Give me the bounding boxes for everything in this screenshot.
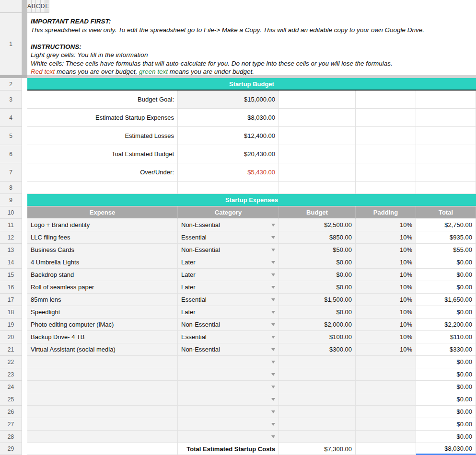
column-header-e[interactable]: E (45, 0, 49, 13)
row-number-8[interactable]: 8 (0, 182, 22, 194)
row-number-3[interactable]: 3 (0, 91, 22, 109)
column-header-d[interactable]: D (41, 0, 46, 13)
cell-b8[interactable] (178, 182, 279, 194)
budget-value-18[interactable]: $0.00 (279, 306, 356, 318)
total-value-11[interactable]: $2,750.00 (416, 219, 476, 231)
cell-d7[interactable] (356, 163, 416, 182)
instructions-cell[interactable]: IMPORTANT READ FIRST: This spreadsheet i… (27, 13, 476, 75)
category-dropdown-28[interactable] (178, 431, 279, 443)
row-number-11[interactable]: 11 (0, 219, 22, 231)
dropdown-arrow-icon[interactable] (271, 373, 275, 376)
total-value-14[interactable]: $0.00 (416, 256, 476, 269)
padding-value-15[interactable]: 10% (356, 269, 416, 281)
padding-value-26[interactable] (356, 406, 416, 418)
category-dropdown-20[interactable]: Essential (178, 331, 279, 343)
expense-name-24[interactable] (27, 381, 178, 393)
budget-value-22[interactable] (279, 356, 356, 368)
dropdown-arrow-icon[interactable] (271, 286, 275, 289)
padding-value-17[interactable]: 10% (356, 294, 416, 306)
total-value-28[interactable]: $0.00 (416, 431, 476, 443)
category-dropdown-25[interactable] (178, 393, 279, 406)
expense-name-25[interactable] (27, 393, 178, 406)
budget-value-24[interactable] (279, 381, 356, 393)
summary-value-4[interactable]: $8,030.00 (178, 109, 279, 127)
dropdown-arrow-icon[interactable] (271, 224, 275, 227)
row-number-24[interactable]: 24 (0, 381, 22, 393)
expense-name-12[interactable]: LLC filing fees (27, 231, 178, 244)
row-number-18[interactable]: 18 (0, 306, 22, 318)
column-header-b[interactable]: B (32, 0, 36, 13)
summary-label-7[interactable]: Over/Under: (27, 163, 178, 182)
expense-name-18[interactable]: Speedlight (27, 306, 178, 318)
total-value-19[interactable]: $2,200.00 (416, 318, 476, 331)
dropdown-arrow-icon[interactable] (271, 298, 275, 301)
summary-label-4[interactable]: Estimated Startup Expenses (27, 109, 178, 127)
total-budget-cell[interactable]: $7,300.00 (279, 443, 356, 455)
cell-e5[interactable] (416, 127, 476, 145)
cell-d3[interactable] (356, 91, 416, 109)
dropdown-arrow-icon[interactable] (271, 361, 275, 364)
cell-c6[interactable] (279, 145, 356, 163)
header-budget[interactable]: Budget (279, 206, 356, 219)
expense-name-17[interactable]: 85mm lens (27, 294, 178, 306)
summary-value-6[interactable]: $20,430.00 (178, 145, 279, 163)
dropdown-arrow-icon[interactable] (271, 261, 275, 264)
total-value-18[interactable]: $0.00 (416, 306, 476, 318)
expense-name-20[interactable]: Backup Drive- 4 TB (27, 331, 178, 343)
total-value-21[interactable]: $330.00 (416, 343, 476, 356)
budget-value-17[interactable]: $1,500.00 (279, 294, 356, 306)
expense-name-14[interactable]: 4 Umbrella Lights (27, 256, 178, 269)
budget-value-21[interactable]: $300.00 (279, 343, 356, 356)
category-dropdown-14[interactable]: Later (178, 256, 279, 269)
dropdown-arrow-icon[interactable] (271, 423, 275, 426)
padding-value-11[interactable]: 10% (356, 219, 416, 231)
header-padding[interactable]: Padding (356, 206, 416, 219)
column-header-a[interactable]: A (27, 0, 32, 13)
budget-value-13[interactable]: $50.00 (279, 244, 356, 256)
total-value-26[interactable]: $0.00 (416, 406, 476, 418)
dropdown-arrow-icon[interactable] (271, 348, 275, 351)
budget-value-23[interactable] (279, 368, 356, 381)
padding-value-23[interactable] (356, 368, 416, 381)
select-all-corner[interactable] (0, 0, 22, 13)
padding-value-19[interactable]: 10% (356, 318, 416, 331)
budget-value-11[interactable]: $2,500.00 (279, 219, 356, 231)
dropdown-arrow-icon[interactable] (271, 435, 275, 438)
summary-value-7[interactable]: $5,430.00 (178, 163, 279, 182)
total-value-15[interactable]: $0.00 (416, 269, 476, 281)
expense-name-13[interactable]: Business Cards (27, 244, 178, 256)
row-number-22[interactable]: 22 (0, 356, 22, 368)
cell-c4[interactable] (279, 109, 356, 127)
dropdown-arrow-icon[interactable] (271, 249, 275, 251)
row-number-4[interactable]: 4 (0, 109, 22, 127)
dropdown-arrow-icon[interactable] (271, 336, 275, 339)
cell-a29[interactable] (27, 443, 178, 455)
category-dropdown-27[interactable] (178, 418, 279, 431)
expense-name-21[interactable]: Virtual Assistant (social media) (27, 343, 178, 356)
dropdown-arrow-icon[interactable] (271, 323, 275, 326)
row-number-6[interactable]: 6 (0, 145, 22, 163)
row-number-27[interactable]: 27 (0, 418, 22, 431)
header-category[interactable]: Category (178, 206, 279, 219)
cell-d29[interactable] (356, 443, 416, 455)
cell-d6[interactable] (356, 145, 416, 163)
cell-e4[interactable] (416, 109, 476, 127)
expense-name-22[interactable] (27, 356, 178, 368)
category-dropdown-24[interactable] (178, 381, 279, 393)
expense-name-23[interactable] (27, 368, 178, 381)
cell-e3[interactable] (416, 91, 476, 109)
padding-value-18[interactable]: 10% (356, 306, 416, 318)
padding-value-25[interactable] (356, 393, 416, 406)
budget-value-16[interactable]: $0.00 (279, 281, 356, 294)
row-number-5[interactable]: 5 (0, 127, 22, 145)
total-value-12[interactable]: $935.00 (416, 231, 476, 244)
category-dropdown-19[interactable]: Non-Essential (178, 318, 279, 331)
expense-name-28[interactable] (27, 431, 178, 443)
total-value-13[interactable]: $55.00 (416, 244, 476, 256)
row-number-20[interactable]: 20 (0, 331, 22, 343)
total-value-16[interactable]: $0.00 (416, 281, 476, 294)
column-header-c[interactable]: C (36, 0, 41, 13)
padding-value-14[interactable]: 10% (356, 256, 416, 269)
padding-value-20[interactable]: 10% (356, 331, 416, 343)
summary-label-5[interactable]: Estimated Losses (27, 127, 178, 145)
